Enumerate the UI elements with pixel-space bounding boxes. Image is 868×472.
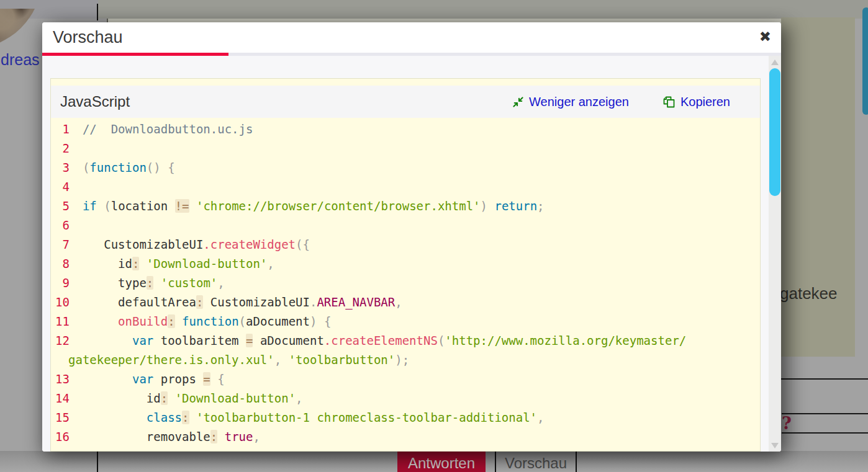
code-line: 12 var toolbaritem = aDocument.createEle… bbox=[68, 331, 760, 350]
avatar-image bbox=[0, 9, 38, 49]
line-number: 16 bbox=[50, 427, 70, 447]
bottom-button-bar: Antworten Vorschau bbox=[0, 451, 868, 472]
code-block: JavaScript Weniger anzeigen bbox=[50, 78, 761, 452]
help-question-mark[interactable]: ? bbox=[782, 414, 792, 433]
line-number: 6 bbox=[50, 216, 70, 235]
background-table-border-bottom bbox=[97, 451, 98, 472]
code-line: 1 // Downloadbutton.uc.js bbox=[68, 120, 760, 139]
scroll-down-arrow-icon[interactable] bbox=[771, 443, 779, 448]
line-number: 5 bbox=[50, 197, 70, 216]
line-number: 8 bbox=[50, 254, 70, 274]
line-number: 9 bbox=[50, 274, 70, 293]
code-line: 11 onBuild: function(aDocument) { bbox=[68, 312, 760, 331]
quote-box-text: gatekee bbox=[780, 284, 861, 303]
line-number: 7 bbox=[50, 235, 70, 254]
modal-scrollbar[interactable] bbox=[769, 56, 781, 452]
form-divider-line bbox=[782, 432, 868, 434]
modal-header: Vorschau ✖ bbox=[42, 22, 781, 53]
line-number: 3 bbox=[50, 158, 70, 177]
code-line: 5 if (location != 'chrome://browser/cont… bbox=[68, 197, 760, 216]
collapse-code-link[interactable]: Weniger anzeigen bbox=[513, 95, 629, 109]
code-line: 14 id: 'Download-button', bbox=[68, 389, 760, 408]
quote-box-panel bbox=[781, 17, 855, 357]
collapse-link-label: Weniger anzeigen bbox=[529, 95, 629, 109]
reply-button[interactable]: Antworten bbox=[397, 451, 486, 472]
code-line: 3 (function() { bbox=[68, 158, 760, 177]
background-top-strip-right bbox=[98, 0, 868, 19]
modal-scrollbar-thumb[interactable] bbox=[769, 68, 780, 196]
form-divider-line bbox=[781, 378, 868, 380]
line-number: 15 bbox=[50, 408, 70, 427]
page-scrollbar-thumb[interactable] bbox=[862, 7, 868, 115]
code-line: gatekeeper/there.is.only.xul', 'toolbarb… bbox=[68, 350, 760, 370]
code-line: 7 CustomizableUI.createWidget({ bbox=[68, 235, 760, 254]
collapse-icon bbox=[513, 97, 523, 107]
avatar bbox=[0, 9, 38, 52]
code-line: 9 type: 'custom', bbox=[68, 274, 760, 293]
line-number: 1 bbox=[50, 120, 70, 139]
code-line: 8 id: 'Download-button', bbox=[68, 254, 760, 274]
background-table-border-top bbox=[97, 4, 98, 20]
username-link[interactable]: dreas bbox=[1, 51, 40, 69]
line-number: 4 bbox=[50, 177, 70, 197]
copy-link-label: Kopieren bbox=[680, 95, 730, 109]
copy-icon bbox=[663, 96, 675, 108]
code-line: 4 bbox=[68, 177, 760, 197]
modal-body: JavaScript Weniger anzeigen bbox=[42, 56, 781, 452]
line-number: 11 bbox=[50, 312, 70, 331]
line-number: 12 bbox=[50, 331, 70, 350]
code-line: 6 bbox=[68, 216, 760, 235]
code-line: 16 removable: true, bbox=[68, 427, 760, 447]
code-line: 13 var props = { bbox=[68, 370, 760, 389]
scroll-up-arrow-icon[interactable] bbox=[771, 60, 779, 65]
line-number: 14 bbox=[50, 389, 70, 408]
code-lines: 1 // Downloadbutton.uc.js23 (function() … bbox=[51, 118, 760, 447]
preview-modal: Vorschau ✖ JavaScript Weniger anzeigen bbox=[42, 22, 781, 452]
form-divider-line bbox=[782, 413, 868, 414]
code-line: 10 defaultArea: CustomizableUI.AREA_NAVB… bbox=[68, 293, 760, 312]
code-block-header: JavaScript Weniger anzeigen bbox=[51, 86, 760, 118]
modal-title: Vorschau bbox=[53, 28, 123, 47]
code-line: 15 class: 'toolbarbutton-1 chromeclass-t… bbox=[68, 408, 760, 427]
code-line: 2 bbox=[68, 139, 760, 158]
copy-code-link[interactable]: Kopieren bbox=[663, 95, 730, 109]
line-number: 13 bbox=[50, 370, 70, 389]
line-number: 2 bbox=[50, 139, 70, 158]
code-language-label: JavaScript bbox=[60, 93, 130, 110]
button-separator bbox=[576, 451, 577, 472]
close-icon[interactable]: ✖ bbox=[759, 29, 771, 45]
preview-page-button[interactable]: Vorschau bbox=[496, 451, 576, 472]
line-number: 10 bbox=[50, 293, 70, 312]
